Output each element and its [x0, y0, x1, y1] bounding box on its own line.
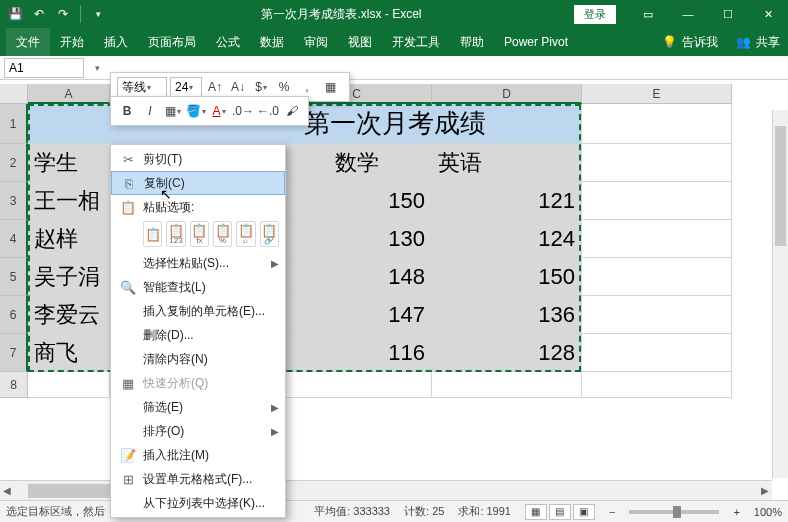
- cell-d3[interactable]: 121: [432, 182, 582, 220]
- cell-e4[interactable]: [582, 220, 732, 258]
- share-icon[interactable]: 👥: [734, 35, 752, 49]
- bulb-icon[interactable]: 💡: [660, 35, 678, 49]
- ctx-clear-contents[interactable]: 清除内容(N): [111, 347, 285, 371]
- view-page-layout-icon[interactable]: ▤: [549, 504, 571, 520]
- tab-help[interactable]: 帮助: [450, 28, 494, 57]
- comma-format-icon[interactable]: ,: [297, 77, 317, 97]
- col-header-a[interactable]: A: [28, 84, 110, 104]
- ctx-sort[interactable]: 排序(O) ▶: [111, 419, 285, 443]
- share-button[interactable]: 共享: [756, 34, 780, 51]
- cell-c7[interactable]: 116: [282, 334, 432, 372]
- increase-decimal-icon[interactable]: .0→: [232, 101, 254, 121]
- row-header-3[interactable]: 3: [0, 182, 28, 220]
- tab-data[interactable]: 数据: [250, 28, 294, 57]
- font-color-icon[interactable]: A▾: [209, 101, 229, 121]
- font-selector[interactable]: 等线▾: [117, 77, 167, 97]
- paste-formatting-icon[interactable]: 📋⌕: [236, 221, 255, 247]
- col-header-e[interactable]: E: [582, 84, 732, 104]
- login-button[interactable]: 登录: [574, 5, 616, 24]
- view-page-break-icon[interactable]: ▣: [573, 504, 595, 520]
- tab-formulas[interactable]: 公式: [206, 28, 250, 57]
- font-size-selector[interactable]: 24▾: [170, 77, 202, 97]
- cell-a6[interactable]: 李爱云: [28, 296, 110, 334]
- cell-a4[interactable]: 赵样: [28, 220, 110, 258]
- qat-customize-icon[interactable]: ▾: [87, 3, 109, 25]
- name-box[interactable]: A1: [4, 58, 84, 78]
- decrease-font-icon[interactable]: A↓: [228, 77, 248, 97]
- cell-d2[interactable]: 英语: [432, 144, 582, 182]
- cell-a3[interactable]: 王一相: [28, 182, 110, 220]
- increase-font-icon[interactable]: A↑: [205, 77, 225, 97]
- decrease-decimal-icon[interactable]: ←.0: [257, 101, 279, 121]
- row-header-2[interactable]: 2: [0, 144, 28, 182]
- scroll-right-icon[interactable]: ▶: [758, 485, 772, 496]
- ctx-paste-special[interactable]: 选择性粘贴(S)... ▶: [111, 251, 285, 275]
- cell-c5[interactable]: 148: [282, 258, 432, 296]
- percent-format-icon[interactable]: %: [274, 77, 294, 97]
- ctx-smart-lookup[interactable]: 🔍 智能查找(L): [111, 275, 285, 299]
- cell-c2[interactable]: 数学: [282, 144, 432, 182]
- cell-e6[interactable]: [582, 296, 732, 334]
- paste-formulas-icon[interactable]: 📋fx: [190, 221, 209, 247]
- ctx-filter[interactable]: 筛选(E) ▶: [111, 395, 285, 419]
- paste-link-icon[interactable]: 📋🔗: [260, 221, 279, 247]
- cell-a7[interactable]: 商飞: [28, 334, 110, 372]
- tab-power-pivot[interactable]: Power Pivot: [494, 29, 578, 55]
- row-header-4[interactable]: 4: [0, 220, 28, 258]
- ctx-delete[interactable]: 删除(D)...: [111, 323, 285, 347]
- ctx-format-cells[interactable]: ⊞ 设置单元格格式(F)...: [111, 467, 285, 491]
- ribbon-display-icon[interactable]: ▭: [628, 0, 668, 28]
- bold-icon[interactable]: B: [117, 101, 137, 121]
- accounting-format-icon[interactable]: $▾: [251, 77, 271, 97]
- cell-e2[interactable]: [582, 144, 732, 182]
- cell-e8[interactable]: [582, 372, 732, 398]
- row-header-6[interactable]: 6: [0, 296, 28, 334]
- minimize-icon[interactable]: —: [668, 0, 708, 28]
- zoom-out-icon[interactable]: −: [609, 506, 615, 518]
- row-header-1[interactable]: 1: [0, 104, 28, 144]
- cell-d5[interactable]: 150: [432, 258, 582, 296]
- col-header-d[interactable]: D: [432, 84, 582, 104]
- paste-values-icon[interactable]: 📋123: [166, 221, 185, 247]
- cell-e7[interactable]: [582, 334, 732, 372]
- zoom-level[interactable]: 100%: [754, 506, 782, 518]
- cell-c8[interactable]: [282, 372, 432, 398]
- undo-icon[interactable]: ↶: [28, 3, 50, 25]
- fill-color-icon[interactable]: 🪣▾: [186, 101, 206, 121]
- ctx-pick-from-list[interactable]: 从下拉列表中选择(K)...: [111, 491, 285, 515]
- maximize-icon[interactable]: ☐: [708, 0, 748, 28]
- zoom-slider[interactable]: [629, 510, 719, 514]
- paste-keep-source-icon[interactable]: 📋: [143, 221, 162, 247]
- cell-c6[interactable]: 147: [282, 296, 432, 334]
- row-header-5[interactable]: 5: [0, 258, 28, 296]
- ctx-cut[interactable]: ✂ 剪切(T): [111, 147, 285, 171]
- tab-home[interactable]: 开始: [50, 28, 94, 57]
- cell-e5[interactable]: [582, 258, 732, 296]
- paste-transpose-icon[interactable]: 📋%: [213, 221, 232, 247]
- ctx-copy[interactable]: ⎘ 复制(C) ↖: [111, 171, 285, 195]
- cell-d6[interactable]: 136: [432, 296, 582, 334]
- row-header-8[interactable]: 8: [0, 372, 28, 398]
- cell-c3[interactable]: 150: [282, 182, 432, 220]
- merge-center-icon[interactable]: ▦: [320, 77, 340, 97]
- name-box-dropdown-icon[interactable]: ▾: [90, 63, 104, 73]
- borders-icon[interactable]: ▦▾: [163, 101, 183, 121]
- save-icon[interactable]: 💾: [4, 3, 26, 25]
- tab-page-layout[interactable]: 页面布局: [138, 28, 206, 57]
- vertical-scrollbar[interactable]: [772, 110, 788, 478]
- cell-d7[interactable]: 128: [432, 334, 582, 372]
- tab-review[interactable]: 审阅: [294, 28, 338, 57]
- tell-me[interactable]: 告诉我: [682, 34, 718, 51]
- ctx-insert-comment[interactable]: 📝 插入批注(M): [111, 443, 285, 467]
- select-all-corner[interactable]: [0, 84, 28, 104]
- tab-file[interactable]: 文件: [6, 28, 50, 57]
- close-icon[interactable]: ✕: [748, 0, 788, 28]
- scroll-left-icon[interactable]: ◀: [0, 485, 14, 496]
- cell-a5[interactable]: 吴子涓: [28, 258, 110, 296]
- cell-a8[interactable]: [28, 372, 110, 398]
- tab-insert[interactable]: 插入: [94, 28, 138, 57]
- cell-d8[interactable]: [432, 372, 582, 398]
- cell-e3[interactable]: [582, 182, 732, 220]
- zoom-in-icon[interactable]: +: [733, 506, 739, 518]
- view-normal-icon[interactable]: ▦: [525, 504, 547, 520]
